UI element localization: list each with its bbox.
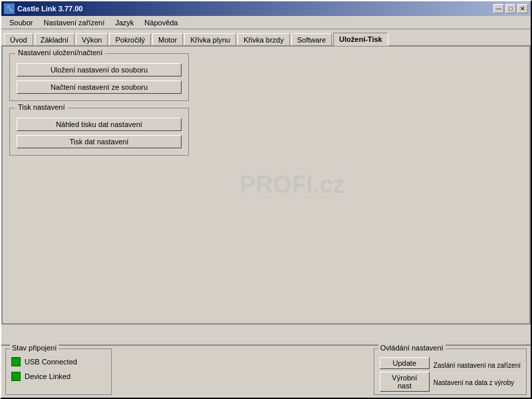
groupbox-save-load-legend: Nastavení uložení/načtení: [15, 49, 105, 57]
usb-led: [11, 357, 21, 366]
groupbox-save-load-content: Uložení nastavení do souboru Načtení nas…: [17, 63, 182, 94]
ovladani-legend: Ovládání nastavení: [378, 344, 446, 352]
close-button[interactable]: ✕: [517, 4, 528, 13]
title-bar: 🔧 Castle Link 3.77.00 — □ ✕: [1, 1, 531, 16]
tab-motor[interactable]: Motor: [152, 33, 183, 46]
usb-status-label: USB Connected: [25, 358, 77, 366]
menu-nastaveni[interactable]: Nastavení zařízení: [38, 17, 110, 28]
menu-jazyk[interactable]: Jazyk: [110, 17, 139, 28]
title-bar-buttons: — □ ✕: [493, 4, 528, 13]
groupbox-print: Tisk nastavení Náhled tisku dat nastaven…: [9, 108, 189, 156]
tab-ulozeni-tisk[interactable]: Uložení-Tisk: [333, 33, 388, 46]
nastaveni-label: Nastavení na data z výroby: [434, 376, 521, 390]
groupbox-print-legend: Tisk nastavení: [15, 103, 68, 111]
app-title: Castle Link 3.77.00: [17, 5, 82, 13]
device-status-item: Device Linked: [11, 372, 106, 381]
minimize-button[interactable]: —: [493, 4, 504, 13]
main-content: Nastavení uložení/načtení Uložení nastav…: [1, 45, 531, 325]
save-settings-button[interactable]: Uložení nastavení do souboru: [17, 63, 182, 76]
groupbox-save-load: Nastavení uložení/načtení Uložení nastav…: [9, 53, 189, 101]
load-settings-button[interactable]: Načtení nastavení ze souboru: [17, 80, 182, 94]
print-preview-button[interactable]: Náhled tisku dat nastavení: [17, 118, 182, 131]
ovladani-labels: Zaslání nastavení na zařízení Nastavení …: [434, 357, 521, 390]
app-window: 🔧 Castle Link 3.77.00 — □ ✕ Soubor Nasta…: [0, 0, 532, 399]
ovladani-buttons: Update Výrobní nast: [380, 357, 430, 392]
print-button[interactable]: Tisk dat nastavení: [17, 135, 182, 148]
title-bar-left: 🔧 Castle Link 3.77.00: [4, 3, 82, 14]
tab-zakladni[interactable]: Základní: [35, 33, 74, 46]
groupbox-print-content: Náhled tisku dat nastavení Tisk dat nast…: [17, 118, 182, 148]
tab-software[interactable]: Software: [291, 33, 332, 46]
stav-legend: Stav připojení: [10, 344, 59, 352]
app-icon: 🔧: [4, 3, 15, 14]
menu-bar: Soubor Nastavení zařízení Jazyk Nápověda: [1, 16, 531, 29]
watermark: PROFI.cz: [240, 171, 345, 199]
ovladani-box: Ovládání nastavení Update Výrobní nast Z…: [374, 348, 527, 395]
update-button[interactable]: Update: [380, 357, 430, 369]
tab-krivka-brzdy[interactable]: Křivka brzdy: [237, 33, 290, 46]
menu-soubor[interactable]: Soubor: [4, 17, 38, 28]
status-bar: Stav připojení USB Connected Device Link…: [1, 344, 531, 398]
usb-status-item: USB Connected: [11, 357, 106, 366]
maximize-button[interactable]: □: [505, 4, 516, 13]
vyrobni-button[interactable]: Výrobní nast: [380, 372, 430, 392]
device-status-label: Device Linked: [25, 372, 70, 380]
tabs-bar: Úvod Základní Výkon Pokročilý Motor Křiv…: [1, 29, 531, 45]
device-led: [11, 372, 21, 381]
menu-napoveda[interactable]: Nápověda: [139, 17, 183, 28]
content-wrapper: Nastavení uložení/načtení Uložení nastav…: [1, 45, 531, 398]
tab-vykon[interactable]: Výkon: [76, 33, 108, 46]
stav-box: Stav připojení USB Connected Device Link…: [5, 348, 112, 395]
zaslani-label: Zaslání nastavení na zařízení: [434, 358, 521, 373]
tab-pokrocily[interactable]: Pokročilý: [109, 33, 151, 46]
tab-krivka-plynu[interactable]: Křivka plynu: [184, 33, 236, 46]
tab-uvod[interactable]: Úvod: [4, 33, 33, 46]
status-spacer: [116, 348, 370, 395]
